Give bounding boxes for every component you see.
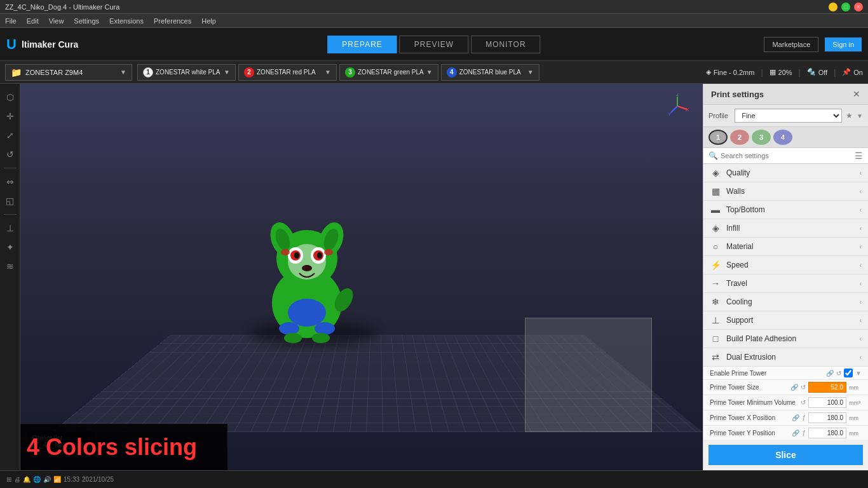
nav-monitor[interactable]: MONITOR bbox=[471, 36, 540, 53]
prime-tower-x-input[interactable] bbox=[808, 412, 846, 423]
category-cooling[interactable]: ❄ Cooling ‹ bbox=[703, 293, 868, 311]
config-support[interactable]: 🔩 Off bbox=[807, 68, 827, 76]
extruder-tab-2[interactable]: 2 bbox=[730, 130, 749, 145]
support-cat-icon: ⊥ bbox=[710, 315, 721, 325]
category-material[interactable]: ○ Material ‹ bbox=[703, 238, 868, 256]
profile-select[interactable]: Fine Normal Draft bbox=[735, 109, 842, 123]
config-adhesion[interactable]: 📌 On bbox=[842, 68, 863, 76]
prime-tower-checkbox[interactable] bbox=[844, 369, 853, 377]
config-infill[interactable]: ▦ 20% bbox=[770, 68, 792, 76]
tool-mirror[interactable]: ⇔ bbox=[2, 173, 18, 190]
window-title: ZZ_4C_Niko_Dog.4 - Ultimaker Cura bbox=[5, 3, 119, 11]
material-slot-1[interactable]: 1 ZONESTAR white PLA ▼ bbox=[137, 64, 236, 81]
field-prime-tower-y: Prime Tower Y Position 🔗 ƒ mm bbox=[703, 426, 868, 440]
extruder-tab-1[interactable]: 1 bbox=[709, 130, 728, 145]
extruder-tabs: 1 2 3 4 bbox=[703, 127, 868, 148]
slot-name-1: ZONESTAR white PLA bbox=[156, 69, 220, 76]
svg-point-13 bbox=[302, 265, 312, 271]
prime-tower-dropdown[interactable]: ▼ bbox=[855, 370, 862, 377]
menu-view[interactable]: View bbox=[49, 17, 64, 25]
search-input[interactable] bbox=[721, 152, 852, 159]
tool-seam[interactable]: ✦ bbox=[2, 239, 18, 255]
slice-button[interactable]: Slice bbox=[709, 445, 863, 465]
menu-file[interactable]: File bbox=[5, 17, 17, 25]
search-bar: 🔍 ☰ bbox=[703, 148, 868, 164]
support-value: Off bbox=[818, 69, 827, 76]
link-icon-1[interactable]: 🔗 bbox=[826, 370, 834, 377]
minimize-button[interactable]: − bbox=[829, 3, 837, 11]
material-cat-arrow: ‹ bbox=[860, 243, 862, 250]
field-prime-tower-x: Prime Tower X Position 🔗 ƒ mm bbox=[703, 410, 868, 426]
main-area: ⬡ ✛ ⤢ ↺ ⇔ ◱ ⊥ ✦ ≋ bbox=[0, 84, 868, 470]
prime-tower-y-input[interactable] bbox=[808, 428, 846, 438]
adhesion-icon: 📌 bbox=[842, 68, 851, 76]
tool-scale[interactable]: ⤢ bbox=[2, 127, 18, 144]
panel-close-button[interactable]: ✕ bbox=[853, 89, 860, 99]
extruder-tab-3[interactable]: 3 bbox=[752, 130, 771, 145]
menu-help[interactable]: Help bbox=[201, 17, 216, 25]
profile-row: Profile Fine Normal Draft ★ ▼ bbox=[703, 105, 868, 127]
nav-preview[interactable]: PREVIEW bbox=[400, 36, 468, 53]
printer-selector[interactable]: 📁 ZONESTAR Z9M4 ▼ bbox=[5, 64, 132, 81]
tool-permodel[interactable]: ◱ bbox=[2, 193, 18, 209]
config-quality[interactable]: ◈ Fine - 0.2mm bbox=[706, 68, 755, 76]
dualextrusion-cat-label: Dual Extrusion bbox=[726, 353, 855, 362]
menu-edit[interactable]: Edit bbox=[27, 17, 39, 25]
prime-tower-size-input[interactable] bbox=[808, 382, 846, 393]
extruder-tab-4[interactable]: 4 bbox=[773, 130, 792, 145]
menu-preferences[interactable]: Preferences bbox=[154, 17, 191, 25]
tool-rotate[interactable]: ↺ bbox=[2, 146, 18, 163]
category-quality[interactable]: ◈ Quality ‹ bbox=[703, 164, 868, 182]
menu-settings[interactable]: Settings bbox=[74, 17, 99, 25]
svg-point-19 bbox=[284, 333, 302, 343]
support-cat-arrow: ‹ bbox=[860, 317, 862, 324]
tool-fuzzy[interactable]: ≋ bbox=[2, 258, 18, 274]
material-slot-3[interactable]: 3 ZONESTAR green PLA ▼ bbox=[339, 64, 438, 81]
category-infill[interactable]: ◈ Infill ‹ bbox=[703, 219, 868, 238]
slot-name-4: ZONESTAR blue PLA bbox=[459, 69, 521, 76]
status-time: 15:33 bbox=[64, 476, 79, 483]
toolbar: U ltimaker Cura PREPARE PREVIEW MONITOR … bbox=[0, 28, 868, 61]
category-buildplate[interactable]: □ Build Plate Adhesion ‹ bbox=[703, 330, 868, 348]
logo-area: U ltimaker Cura bbox=[6, 36, 78, 53]
category-walls[interactable]: ▦ Walls ‹ bbox=[703, 182, 868, 201]
dog-model[interactable] bbox=[243, 205, 370, 353]
profile-star-icon[interactable]: ★ bbox=[846, 111, 853, 120]
quality-cat-label: Quality bbox=[726, 168, 855, 177]
marketplace-button[interactable]: Marketplace bbox=[764, 37, 818, 52]
link-icon-2[interactable]: 🔗 bbox=[790, 384, 798, 391]
category-support[interactable]: ⊥ Support ‹ bbox=[703, 311, 868, 330]
category-topbottom[interactable]: ▬ Top/Bottom ‹ bbox=[703, 201, 868, 219]
close-button[interactable]: ✕ bbox=[854, 3, 863, 11]
category-travel[interactable]: → Travel ‹ bbox=[703, 274, 868, 293]
field-prime-tower-volume: Prime Tower Minimum Volume ↺ mm³ bbox=[703, 395, 868, 410]
svg-point-18 bbox=[315, 322, 335, 335]
material-slot-2[interactable]: 2 ZONESTAR red PLA ▼ bbox=[238, 64, 337, 81]
reset-icon-5[interactable]: ƒ bbox=[802, 430, 806, 437]
link-icon-4[interactable]: 🔗 bbox=[792, 414, 799, 421]
prime-tower-volume-input[interactable] bbox=[808, 397, 846, 408]
svg-text:Y: Y bbox=[668, 111, 672, 117]
status-icons: ⊞ 🖨 🔔 🌐 🔊 📶 15:33 2021/10/25 bbox=[6, 476, 114, 483]
infill-icon: ▦ bbox=[770, 68, 776, 76]
settings-menu-icon[interactable]: ☰ bbox=[855, 151, 863, 161]
material-slot-4[interactable]: 4 ZONESTAR blue PLA ▼ bbox=[441, 64, 539, 81]
signin-button[interactable]: Sign in bbox=[825, 37, 862, 51]
link-icon-5[interactable]: 🔗 bbox=[792, 430, 799, 437]
maximize-button[interactable]: □ bbox=[841, 3, 850, 11]
tool-support[interactable]: ⊥ bbox=[2, 220, 18, 236]
reset-icon-4[interactable]: ƒ bbox=[802, 414, 806, 421]
svg-point-12 bbox=[317, 252, 322, 259]
category-dualextrusion[interactable]: ⇄ Dual Extrusion ‹ bbox=[703, 348, 868, 367]
profile-arrow-icon[interactable]: ▼ bbox=[857, 112, 863, 119]
reset-icon-3[interactable]: ↺ bbox=[801, 399, 806, 406]
nav-prepare[interactable]: PREPARE bbox=[327, 36, 397, 53]
reset-icon-2[interactable]: ↺ bbox=[801, 384, 806, 391]
tool-move[interactable]: ✛ bbox=[2, 108, 18, 125]
category-speed[interactable]: ⚡ Speed ‹ bbox=[703, 256, 868, 274]
tool-select[interactable]: ⬡ bbox=[2, 89, 18, 105]
menu-extensions[interactable]: Extensions bbox=[109, 17, 144, 25]
reset-icon-1[interactable]: ↺ bbox=[836, 370, 841, 377]
viewport[interactable]: Object list ZZ_4C_Niko_Dog_4 4 Colors sl… bbox=[20, 84, 703, 470]
slot-name-3: ZONESTAR green PLA bbox=[358, 69, 424, 76]
